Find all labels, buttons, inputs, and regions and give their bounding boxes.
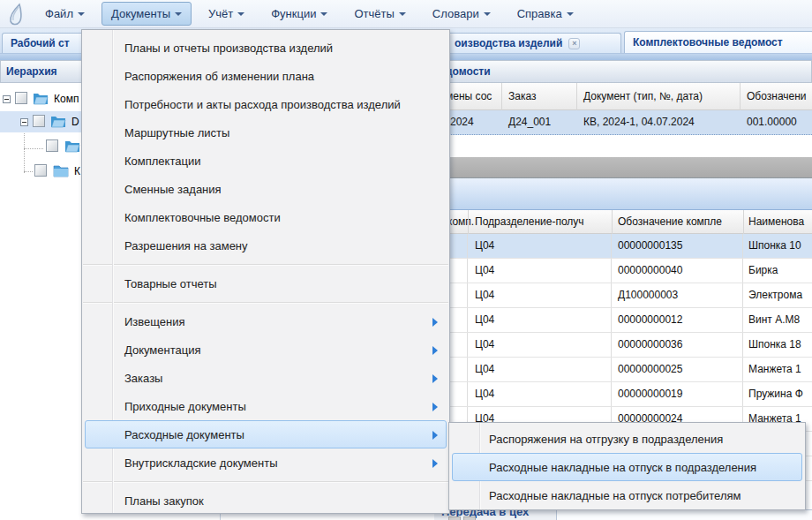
tab-picking-lists[interactable]: Комплектовочные ведомост	[624, 31, 812, 53]
menu-item-procurement-plans[interactable]: Планы закупок	[85, 486, 447, 515]
cell-code: Д100000003	[612, 283, 743, 307]
menu-item-label: Сменные задания	[86, 183, 222, 196]
submenu-arrow-icon	[432, 459, 438, 468]
menubar: Файл Документы Учёт Функции Отчёты Слова…	[0, 0, 812, 28]
column-header-designation[interactable]: Обозначени	[747, 83, 807, 109]
chevron-down-icon	[237, 12, 244, 16]
cell-name: Шпонка 10	[743, 234, 812, 258]
panel-title-fragment: домости	[446, 61, 491, 82]
column-header-order[interactable]: Заказ	[508, 83, 536, 109]
menu-item-incoming-documents[interactable]: Приходные документы	[85, 392, 447, 420]
toolbar-button[interactable]	[448, 516, 461, 520]
grid-column-line	[468, 210, 469, 234]
cell-code: 00000000135	[612, 234, 743, 258]
menubar-item-label: Справка	[517, 7, 562, 20]
tree-node-label: D	[71, 116, 79, 128]
menu-item-label: Расходные документы	[86, 428, 244, 441]
menu-item-issue-notes-consumers[interactable]: Расходные накладные на отпуск потребител…	[452, 481, 802, 509]
cell-fragment: 2024	[450, 110, 474, 134]
menu-item-goods-reports[interactable]: Товарные отчеты	[85, 269, 447, 298]
menubar-item-functions[interactable]: Функции	[261, 2, 337, 26]
menu-item-production-plans[interactable]: Планы и отчеты производства изделий	[85, 34, 447, 62]
column-header-fragment[interactable]: мены сос	[446, 83, 492, 109]
menu-item-label: Планы закупок	[86, 494, 204, 508]
menu-item-documentation[interactable]: Документация	[85, 335, 447, 364]
menu-item-orders[interactable]: Заказы	[85, 364, 447, 392]
cell-name: Винт А.М8	[743, 308, 812, 332]
menu-item-issue-notes-departments[interactable]: Расходные накладные на отпуск в подразде…	[452, 453, 802, 481]
menu-item-label: Потребности и акты расхода производства …	[86, 98, 401, 111]
menu-item-label: Товарные отчеты	[86, 277, 217, 290]
column-header-fragment[interactable]: комп.	[447, 210, 474, 233]
menu-item-notices[interactable]: Извещения	[85, 307, 447, 335]
menubar-item-label: Документы	[111, 7, 170, 20]
menubar-item-dictionaries[interactable]: Словари	[423, 2, 500, 26]
menu-item-requirements-acts[interactable]: Потребности и акты расхода производства …	[85, 90, 447, 118]
checkbox[interactable]	[34, 164, 47, 177]
submenu-arrow-icon	[432, 374, 438, 383]
menubar-item-label: Функции	[271, 7, 316, 20]
menubar-item-label: Файл	[45, 7, 73, 20]
checkbox[interactable]	[46, 139, 58, 152]
menu-item-label: Планы и отчеты производства изделий	[86, 41, 333, 55]
cell-order: Д24_001	[508, 110, 551, 134]
chevron-down-icon	[567, 12, 574, 16]
documents-dropdown-menu: Планы и отчеты производства изделий Расп…	[81, 29, 450, 514]
cell-name: Пружина Ф	[743, 382, 812, 406]
menu-item-outgoing-documents[interactable]: Расходные документы	[85, 420, 447, 448]
folder-open-icon	[33, 92, 49, 105]
menu-item-label: Извещения	[86, 315, 185, 328]
grid-column-line	[743, 210, 744, 234]
submenu-arrow-icon	[432, 431, 438, 440]
cell-name: Манжета 1	[743, 358, 812, 381]
menu-item-route-sheets[interactable]: Маршрутные листы	[85, 118, 447, 147]
folder-open-icon	[50, 115, 66, 128]
column-header-document[interactable]: Документ (тип, №, дата)	[583, 83, 703, 109]
menu-item-intrawarehouse-documents[interactable]: Внутрискладские документы	[85, 448, 447, 477]
menubar-item-file[interactable]: Файл	[35, 2, 94, 26]
menubar-item-reports[interactable]: Отчёты	[344, 2, 415, 26]
grid-column-line	[612, 210, 613, 234]
checkbox[interactable]	[33, 115, 45, 127]
menu-item-shipment-orders[interactable]: Распоряжения на отгрузку в подразделения	[452, 425, 802, 453]
close-icon[interactable]: ×	[568, 38, 580, 49]
menu-item-label: Распоряжения на отгрузку в подразделения	[453, 433, 723, 446]
menu-item-kitting[interactable]: Комплектации	[85, 147, 447, 175]
menubar-item-documents[interactable]: Документы	[102, 2, 192, 26]
menubar-item-help[interactable]: Справка	[508, 2, 583, 26]
chevron-down-icon	[78, 12, 85, 16]
menu-item-label: Разрешения на замену	[86, 239, 248, 252]
menu-item-plan-change-orders[interactable]: Распоряжения об изменении плана	[85, 62, 447, 90]
menu-separator	[83, 302, 448, 303]
collapse-icon[interactable]	[20, 118, 28, 126]
menu-item-picking-lists[interactable]: Комплектовочные ведомости	[85, 203, 447, 231]
folder-closed-icon	[53, 164, 69, 177]
menubar-item-accounting[interactable]: Учёт	[199, 2, 254, 26]
app-logo-icon	[5, 2, 28, 26]
tree-node-label: К	[74, 165, 80, 177]
toolbar-button[interactable]	[463, 516, 476, 520]
menubar-item-label: Отчёты	[354, 7, 394, 20]
menu-item-replacement-permits[interactable]: Разрешения на замену	[85, 231, 447, 260]
menu-item-label: Внутрискладские документы	[86, 456, 277, 470]
tab-production[interactable]: оизводства изделий ×	[446, 33, 621, 53]
checkbox[interactable]	[15, 92, 27, 104]
column-header-department[interactable]: Подразделение-получ	[475, 210, 584, 233]
chevron-down-icon	[175, 12, 182, 16]
collapse-icon[interactable]	[3, 95, 11, 103]
chevron-down-icon	[399, 12, 406, 16]
cell-department: Ц04	[468, 333, 612, 357]
cell-department: Ц04	[468, 259, 612, 283]
submenu-arrow-icon	[432, 346, 438, 355]
menu-item-label: Комплектации	[86, 154, 200, 168]
menu-item-shift-tasks[interactable]: Сменные задания	[85, 175, 447, 203]
tab-label: Рабочий ст	[11, 37, 70, 49]
folder-open-icon	[64, 139, 80, 153]
cell-code: 00000000025	[612, 358, 743, 381]
menubar-item-label: Словари	[432, 7, 479, 20]
column-header-name[interactable]: Наименова	[748, 210, 804, 233]
cell-code: 00000000036	[612, 333, 743, 357]
column-header-code[interactable]: Обозначение компле	[618, 210, 722, 233]
menu-item-label: Комплектовочные ведомости	[86, 211, 281, 224]
bottom-tab-bar: Передача в цех	[434, 509, 812, 520]
